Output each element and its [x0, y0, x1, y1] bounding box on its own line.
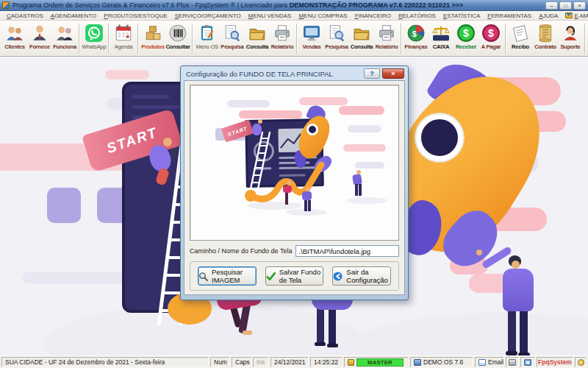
status-key — [575, 357, 587, 367]
toolbar-fornece[interactable]: Fornece — [27, 21, 52, 51]
supplier-icon — [30, 24, 49, 43]
status-monitor[interactable] — [520, 357, 535, 367]
menu-financeiro[interactable]: FINANCEIRO — [351, 11, 395, 21]
rocket-window — [416, 114, 463, 161]
toolbar-label: Consulta — [351, 43, 373, 50]
config-dialog: Configuração do FUNDO DE TELA PRINCIPAL … — [180, 66, 409, 300]
toolbar-label: WhatsApp — [82, 43, 107, 50]
menu-servico-orcamento[interactable]: SERVIÇO/ORÇAMENTO — [171, 11, 245, 21]
menu-email[interactable]: E-MAIL — [562, 11, 588, 21]
toolbar: Clientes Fornece Funciona WhatsApp Agend… — [0, 21, 588, 57]
search-image-button[interactable]: Pesquisar IMAGEM — [198, 266, 257, 286]
key-icon — [578, 359, 584, 366]
wallpaper-preview: START — [190, 85, 399, 241]
toolbar-agenda[interactable]: Agenda — [111, 21, 136, 51]
dollar-red-icon: $ — [481, 24, 501, 43]
toolbar-consulta-vendas[interactable]: Consulta — [349, 21, 374, 51]
toolbar-label: Recibo — [512, 43, 529, 50]
toolbar-clientes[interactable]: Clientes — [2, 21, 27, 51]
whatsapp-icon — [85, 24, 104, 43]
exit-config-button[interactable]: Sair da Configuração — [332, 266, 391, 286]
menu-compras[interactable]: MENU COMPRAS — [295, 11, 351, 21]
check-icon — [266, 272, 276, 281]
toolbar-label: Suporte — [561, 43, 581, 50]
toolbar-recibo[interactable]: Recibo — [508, 21, 533, 51]
status-num: Num — [210, 357, 230, 367]
toolbar-produtos[interactable]: Produtos — [140, 21, 165, 51]
toolbar-financas[interactable]: $ Finanças — [404, 21, 429, 51]
contract-icon — [536, 24, 555, 43]
toolbar-label: Relatório — [271, 43, 294, 50]
toolbar-menu-os[interactable]: Menu OS — [195, 21, 220, 51]
window-license-text: DEMONSTRAÇÃO PROGRAMA v7.6 220222 011021… — [290, 1, 464, 9]
toolbar-label: Contrato — [534, 43, 556, 50]
dialog-help-button[interactable]: ? — [364, 68, 380, 79]
toolbar-pesquisa-os[interactable]: Pesquisa — [220, 21, 245, 51]
status-location: SUA CIDADE - UF 24 de Dezembro de 2021 -… — [1, 357, 209, 367]
menu-agendamento[interactable]: AGENDAMENTO — [47, 11, 101, 21]
toolbar-separator — [296, 24, 298, 54]
toolbar-separator — [584, 24, 586, 54]
toolbar-receber[interactable]: $ Receber — [453, 21, 478, 51]
menu-ajuda[interactable]: AJUDA — [535, 11, 562, 21]
toolbar-suporte[interactable]: Suporte — [558, 21, 583, 51]
magnifier-icon — [198, 272, 208, 281]
toolbar-a-pagar[interactable]: $ A Pagar — [478, 21, 503, 51]
search-doc-icon — [223, 24, 242, 43]
toolbar-label: Pesquisa — [220, 43, 243, 50]
menu-estatistica[interactable]: ESTATÍSTICA — [440, 11, 484, 21]
menu-relatorios[interactable]: RELATÓRIOS — [395, 11, 440, 21]
svg-text:$: $ — [488, 27, 494, 39]
menu-ferramentas[interactable]: FERRAMENTAS — [484, 11, 535, 21]
toolbar-separator — [192, 24, 193, 54]
monitor-icon — [302, 24, 321, 43]
toolbar-caixa[interactable]: CAIXA — [429, 21, 453, 51]
exit-arrow-icon — [333, 272, 343, 281]
menu-cadastros[interactable]: CADASTROS — [3, 11, 47, 21]
close-button[interactable]: × — [573, 1, 586, 10]
path-input[interactable] — [295, 245, 399, 257]
toolbar-label: Vendas — [302, 43, 320, 50]
status-email[interactable]: Email — [475, 357, 504, 367]
toolbar-label: Receber — [456, 43, 476, 50]
folder-icon — [352, 24, 371, 43]
toolbar-consulta-os[interactable]: Consulta — [245, 21, 270, 51]
save-wallpaper-button[interactable]: Salvar Fundo de Tela — [265, 266, 324, 286]
deco-pill — [105, 70, 149, 79]
printer-icon — [273, 24, 292, 43]
svg-text:$: $ — [412, 29, 417, 38]
toolbar-funciona[interactable]: Funciona — [52, 21, 77, 51]
folder-icon — [248, 24, 267, 43]
employees-icon — [55, 24, 74, 43]
menu-vendas[interactable]: MENU VENDAS — [245, 11, 295, 21]
toolbar-whatsapp[interactable]: WhatsApp — [82, 21, 107, 51]
pie-dollar-icon: $ — [406, 24, 426, 43]
minimize-button[interactable]: – — [545, 1, 558, 10]
toolbar-relatorio-vendas[interactable]: Relatório — [374, 21, 399, 51]
dialog-buttons-group: Pesquisar IMAGEM Salvar Fundo de Tela Sa… — [190, 261, 399, 291]
toolbar-separator — [108, 24, 110, 54]
status-time: 14:25:22 — [310, 357, 343, 367]
search-doc-icon — [327, 24, 346, 43]
toolbar-pesquisa-vendas[interactable]: Pesquisa — [324, 21, 349, 51]
toolbar-contrato[interactable]: Contrato — [533, 21, 558, 51]
maximize-button[interactable]: □ — [559, 1, 572, 10]
status-ins: Ins — [253, 357, 269, 367]
email-icon — [565, 13, 573, 18]
monitor-icon — [524, 359, 531, 366]
titlebar: Programa Ordem de Serviços Gerais & Fina… — [0, 0, 588, 11]
clipboard-icon — [198, 24, 217, 43]
toolbar-separator — [137, 24, 139, 54]
lock-icon — [348, 359, 354, 366]
app-icon — [2, 1, 10, 9]
toolbar-relatorio-os[interactable]: Relatório — [270, 21, 295, 51]
toolbar-vendas[interactable]: Vendas — [299, 21, 324, 51]
toolbar-consultar[interactable]: Consultar — [165, 21, 190, 51]
dialog-close-button[interactable]: × — [382, 68, 404, 79]
toolbar-separator — [401, 24, 402, 54]
dialog-titlebar[interactable]: Configuração do FUNDO DE TELA PRINCIPAL … — [184, 66, 405, 80]
dialog-title: Configuração do FUNDO DE TELA PRINCIPAL — [186, 70, 362, 78]
menubar: CADASTROS AGENDAMENTO PRODUTOS/ESTOQUE S… — [0, 11, 588, 21]
menu-produtos-estoque[interactable]: PRODUTOS/ESTOQUE — [100, 11, 171, 21]
status-printer[interactable] — [506, 357, 519, 367]
